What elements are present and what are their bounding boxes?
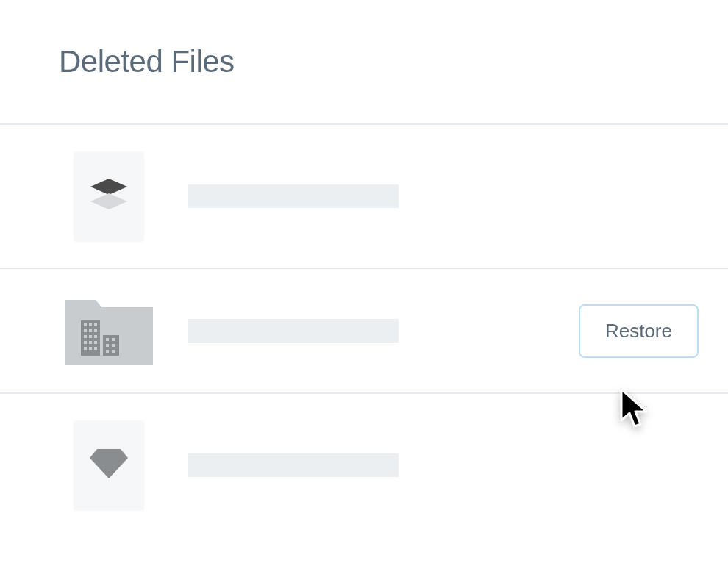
list-item[interactable]: [0, 123, 728, 268]
list-item[interactable]: [0, 392, 728, 537]
svg-rect-21: [112, 338, 115, 341]
svg-marker-0: [90, 179, 127, 195]
page-title: Deleted Files: [59, 44, 728, 79]
svg-rect-11: [89, 335, 92, 338]
svg-rect-9: [94, 329, 97, 332]
file-name-placeholder: [188, 319, 399, 343]
folder-building-icon: [65, 294, 153, 368]
svg-rect-12: [94, 335, 97, 338]
svg-rect-23: [112, 344, 115, 347]
svg-rect-14: [89, 341, 92, 344]
svg-rect-25: [112, 350, 115, 353]
svg-marker-1: [90, 193, 127, 209]
list-item[interactable]: Restore: [0, 268, 728, 392]
svg-rect-10: [84, 335, 87, 338]
svg-rect-24: [106, 350, 109, 353]
folder-thumbnail: [65, 295, 153, 366]
svg-rect-7: [84, 329, 87, 332]
svg-rect-4: [84, 323, 87, 326]
svg-rect-19: [103, 335, 119, 356]
svg-rect-17: [89, 347, 92, 350]
deleted-files-list: Restore: [0, 123, 728, 537]
file-thumbnail: [74, 420, 144, 510]
svg-rect-8: [89, 329, 92, 332]
svg-rect-15: [94, 341, 97, 344]
diamond-icon: [90, 449, 128, 481]
file-name-placeholder: [188, 453, 399, 477]
svg-rect-16: [84, 347, 87, 350]
svg-rect-20: [106, 338, 109, 341]
svg-rect-5: [89, 323, 92, 326]
restore-button[interactable]: Restore: [579, 304, 699, 358]
file-name-placeholder: [188, 184, 399, 208]
svg-rect-18: [94, 347, 97, 350]
svg-rect-6: [94, 323, 97, 326]
svg-rect-22: [106, 344, 109, 347]
file-thumbnail: [74, 151, 144, 241]
svg-marker-26: [90, 449, 128, 478]
layers-icon: [90, 179, 127, 214]
svg-rect-13: [84, 341, 87, 344]
